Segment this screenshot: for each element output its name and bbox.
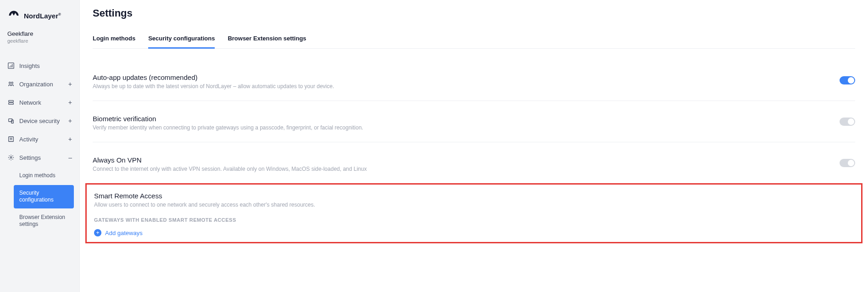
org-icon bbox=[7, 80, 15, 88]
setting-title: Always On VPN bbox=[93, 156, 840, 164]
main-content: Settings Login methods Security configur… bbox=[80, 0, 868, 292]
org-name: Geekflare bbox=[7, 30, 72, 37]
brand-name: NordLayer® bbox=[24, 12, 61, 20]
page-title: Settings bbox=[93, 7, 855, 19]
svg-rect-4 bbox=[9, 103, 14, 105]
tab-security-configurations[interactable]: Security configurations bbox=[148, 35, 215, 49]
svg-point-1 bbox=[9, 82, 11, 84]
plus-icon: + bbox=[68, 135, 72, 143]
tabs: Login methods Security configurations Br… bbox=[93, 35, 855, 49]
setting-title: Auto-app updates (recommended) bbox=[93, 73, 840, 81]
toggle-auto-app-updates[interactable] bbox=[840, 76, 855, 84]
network-icon bbox=[7, 99, 15, 106]
nordlayer-logo-icon bbox=[7, 9, 20, 22]
add-gateways-label: Add gateways bbox=[105, 230, 143, 236]
plus-icon: + bbox=[68, 99, 72, 106]
setting-title: Biometric verification bbox=[93, 115, 840, 123]
minus-icon: – bbox=[68, 154, 72, 161]
sidebar-item-organization[interactable]: Organization + bbox=[0, 75, 79, 93]
sidebar-item-label: Insights bbox=[19, 62, 40, 69]
setting-desc: Connect to the internet only with active… bbox=[93, 166, 840, 172]
sidebar-item-label: Network bbox=[19, 99, 41, 106]
toggle-always-on-vpn[interactable] bbox=[840, 159, 855, 167]
subnav-login-methods[interactable]: Login methods bbox=[14, 168, 74, 184]
org-slug: geekflare bbox=[7, 38, 72, 44]
setting-biometric-verification: Biometric verification Verify member ide… bbox=[93, 115, 855, 142]
subnav-security-configurations[interactable]: Security configurations bbox=[14, 185, 74, 208]
setting-smart-remote-access: Smart Remote Access Allow users to conne… bbox=[94, 192, 854, 236]
sidebar: NordLayer® Geekflare geekflare Insights … bbox=[0, 0, 80, 292]
tab-browser-extension-settings[interactable]: Browser Extension settings bbox=[228, 35, 306, 48]
setting-auto-app-updates: Auto-app updates (recommended) Always be… bbox=[93, 73, 855, 101]
plus-icon: + bbox=[68, 80, 72, 88]
setting-always-on-vpn: Always On VPN Connect to the internet on… bbox=[93, 156, 855, 183]
setting-desc: Verify member identity when connecting t… bbox=[93, 124, 840, 131]
setting-desc: Always be up to date with the latest ver… bbox=[93, 83, 840, 90]
gateways-section-label: GATEWAYS WITH ENABLED SMART REMOTE ACCES… bbox=[94, 217, 854, 223]
setting-desc: Allow users to connect to one network an… bbox=[94, 202, 854, 208]
sidebar-item-settings[interactable]: Settings – bbox=[0, 148, 79, 167]
svg-rect-3 bbox=[9, 101, 14, 102]
subnav-browser-extension-settings[interactable]: Browser Extension settings bbox=[14, 209, 74, 233]
org-block[interactable]: Geekflare geekflare bbox=[0, 30, 79, 52]
sidebar-item-label: Device security bbox=[19, 118, 60, 124]
brand-logo[interactable]: NordLayer® bbox=[0, 9, 79, 30]
plus-icon: + bbox=[68, 117, 72, 124]
sidebar-item-network[interactable]: Network + bbox=[0, 93, 79, 112]
smart-remote-access-highlight: Smart Remote Access Allow users to conne… bbox=[85, 183, 862, 243]
tab-login-methods[interactable]: Login methods bbox=[93, 35, 135, 48]
settings-icon bbox=[7, 154, 15, 161]
svg-point-8 bbox=[10, 157, 12, 158]
insights-icon bbox=[7, 62, 15, 69]
add-gateways-button[interactable]: + Add gateways bbox=[94, 229, 854, 236]
svg-point-2 bbox=[11, 82, 13, 84]
plus-circle-icon: + bbox=[94, 229, 101, 236]
sidebar-item-label: Activity bbox=[19, 136, 38, 143]
sidebar-nav: Insights Organization + Network + Device… bbox=[0, 56, 79, 233]
sidebar-item-insights[interactable]: Insights bbox=[0, 56, 79, 75]
activity-icon bbox=[7, 135, 15, 143]
sidebar-item-label: Settings bbox=[19, 154, 41, 161]
svg-rect-7 bbox=[9, 137, 14, 142]
settings-subnav: Login methods Security configurations Br… bbox=[0, 168, 79, 233]
toggle-biometric-verification[interactable] bbox=[840, 118, 855, 126]
sidebar-item-label: Organization bbox=[19, 81, 53, 88]
sidebar-item-activity[interactable]: Activity + bbox=[0, 130, 79, 148]
setting-title: Smart Remote Access bbox=[94, 192, 854, 200]
device-icon bbox=[7, 117, 15, 124]
sidebar-item-device-security[interactable]: Device security + bbox=[0, 112, 79, 130]
